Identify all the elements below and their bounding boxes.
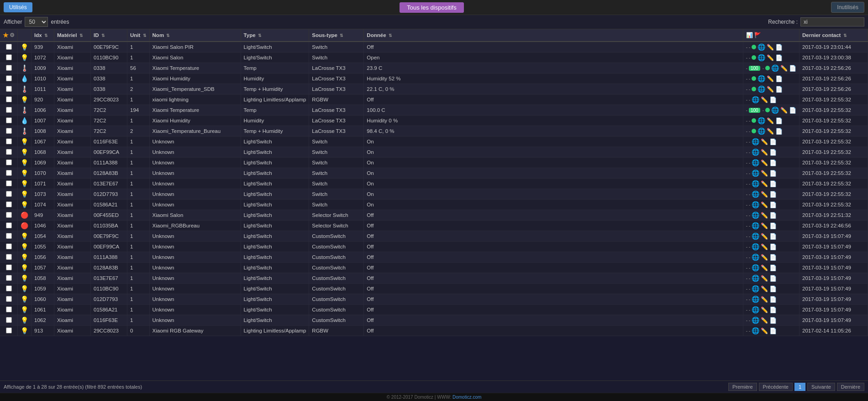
row-checkbox[interactable] xyxy=(6,54,12,60)
globe-icon[interactable]: 🌐 xyxy=(752,169,759,177)
doc-icon[interactable]: 📄 xyxy=(769,296,777,303)
globe-icon[interactable]: 🌐 xyxy=(758,43,765,51)
doc-icon[interactable]: 📄 xyxy=(775,54,783,61)
edit-icon[interactable]: ✏️ xyxy=(761,306,768,313)
row-checkbox[interactable] xyxy=(6,117,12,123)
row-checkbox[interactable] xyxy=(6,201,12,207)
edit-icon[interactable]: ✏️ xyxy=(761,222,768,229)
edit-icon[interactable]: ✏️ xyxy=(761,138,768,145)
th-contact[interactable]: Dernier contact ⇅ xyxy=(800,29,868,42)
first-page-button[interactable]: Première xyxy=(728,383,757,391)
row-checkbox[interactable] xyxy=(6,191,12,197)
doc-icon[interactable]: 📄 xyxy=(775,86,783,93)
edit-icon[interactable]: ✏️ xyxy=(767,54,774,61)
globe-icon[interactable]: 🌐 xyxy=(752,138,759,145)
row-checkbox[interactable] xyxy=(6,275,12,281)
next-page-button[interactable]: Suivante xyxy=(807,383,835,391)
doc-icon[interactable]: 📄 xyxy=(769,306,777,313)
doc-icon[interactable]: 📄 xyxy=(769,285,777,292)
edit-icon[interactable]: ✏️ xyxy=(780,107,788,114)
doc-icon[interactable]: 📄 xyxy=(769,138,777,145)
doc-icon[interactable]: 📄 xyxy=(769,96,777,103)
row-checkbox[interactable] xyxy=(6,96,12,102)
edit-icon[interactable]: ✏️ xyxy=(761,233,768,240)
globe-icon[interactable]: 🌐 xyxy=(752,306,759,313)
globe-icon[interactable]: 🌐 xyxy=(752,96,759,103)
edit-icon[interactable]: ✏️ xyxy=(761,317,768,324)
doc-icon[interactable]: 📄 xyxy=(769,243,777,250)
edit-icon[interactable]: ✏️ xyxy=(761,170,768,177)
globe-icon[interactable]: 🌐 xyxy=(752,243,759,250)
row-checkbox[interactable] xyxy=(6,212,12,218)
globe-icon[interactable]: 🌐 xyxy=(758,127,765,135)
row-checkbox[interactable] xyxy=(6,128,12,134)
th-idx[interactable]: Idx ⇅ xyxy=(32,29,54,42)
doc-icon[interactable]: 📄 xyxy=(769,149,777,156)
doc-icon[interactable]: 📄 xyxy=(775,44,783,51)
row-checkbox[interactable] xyxy=(6,264,12,270)
doc-icon[interactable]: 📄 xyxy=(769,233,777,240)
doc-icon[interactable]: 📄 xyxy=(789,107,796,114)
globe-icon[interactable]: 🌐 xyxy=(752,327,759,334)
inutilisés-button[interactable]: Inutilisés xyxy=(831,2,864,13)
edit-icon[interactable]: ✏️ xyxy=(767,128,774,135)
search-input[interactable] xyxy=(800,17,864,26)
globe-icon[interactable]: 🌐 xyxy=(752,295,759,303)
globe-icon[interactable]: 🌐 xyxy=(758,85,765,93)
utilisés-button[interactable]: Utilisés xyxy=(4,2,32,12)
row-checkbox[interactable] xyxy=(6,233,12,239)
row-checkbox[interactable] xyxy=(6,285,12,291)
globe-icon[interactable]: 🌐 xyxy=(758,54,765,61)
edit-icon[interactable]: ✏️ xyxy=(761,191,768,198)
row-checkbox[interactable] xyxy=(6,44,12,50)
doc-icon[interactable]: 📄 xyxy=(769,317,777,324)
last-page-button[interactable]: Dernière xyxy=(837,383,864,391)
doc-icon[interactable]: 📄 xyxy=(769,254,777,261)
edit-icon[interactable]: ✏️ xyxy=(767,44,774,51)
star-icon[interactable]: ★ xyxy=(3,32,9,39)
th-nom[interactable]: Nom ⇅ xyxy=(149,29,241,42)
row-checkbox[interactable] xyxy=(6,254,12,260)
prev-page-button[interactable]: Précédente xyxy=(759,383,793,391)
doc-icon[interactable]: 📄 xyxy=(769,170,777,177)
edit-icon[interactable]: ✏️ xyxy=(761,275,768,282)
globe-icon[interactable]: 🌐 xyxy=(752,264,759,271)
edit-icon[interactable]: ✏️ xyxy=(767,75,774,82)
filter-icon[interactable]: ⚙ xyxy=(10,32,15,38)
globe-icon[interactable]: 🌐 xyxy=(752,285,759,292)
globe-icon[interactable]: 🌐 xyxy=(771,106,779,114)
row-checkbox[interactable] xyxy=(6,243,12,249)
row-checkbox[interactable] xyxy=(6,75,12,81)
edit-icon[interactable]: ✏️ xyxy=(761,243,768,250)
doc-icon[interactable]: 📄 xyxy=(775,75,783,82)
doc-icon[interactable]: 📄 xyxy=(775,117,783,124)
globe-icon[interactable]: 🌐 xyxy=(752,222,759,229)
row-checkbox[interactable] xyxy=(6,107,12,113)
globe-icon[interactable]: 🌐 xyxy=(752,232,759,240)
globe-icon[interactable]: 🌐 xyxy=(752,159,759,166)
globe-icon[interactable]: 🌐 xyxy=(752,180,759,187)
doc-icon[interactable]: 📄 xyxy=(769,201,777,208)
doc-icon[interactable]: 📄 xyxy=(769,222,777,229)
globe-icon[interactable]: 🌐 xyxy=(752,253,759,261)
current-page-button[interactable]: 1 xyxy=(794,383,805,391)
th-id[interactable]: ID ⇅ xyxy=(91,29,127,42)
row-checkbox[interactable] xyxy=(6,86,12,92)
credit-link[interactable]: Domoticz.com xyxy=(452,395,481,400)
edit-icon[interactable]: ✏️ xyxy=(761,327,768,334)
doc-icon[interactable]: 📄 xyxy=(769,180,777,187)
tous-button[interactable]: Tous les dispositifs xyxy=(400,2,463,13)
doc-icon[interactable]: 📄 xyxy=(769,264,777,271)
globe-icon[interactable]: 🌐 xyxy=(752,274,759,282)
row-checkbox[interactable] xyxy=(6,149,12,155)
doc-icon[interactable]: 📄 xyxy=(769,191,777,198)
edit-icon[interactable]: ✏️ xyxy=(767,86,774,93)
globe-icon[interactable]: 🌐 xyxy=(752,201,759,208)
row-checkbox[interactable] xyxy=(6,222,12,228)
row-checkbox[interactable] xyxy=(6,170,12,176)
th-materiel[interactable]: Matériel ⇅ xyxy=(54,29,91,42)
edit-icon[interactable]: ✏️ xyxy=(761,149,768,156)
edit-icon[interactable]: ✏️ xyxy=(780,65,788,72)
globe-icon[interactable]: 🌐 xyxy=(752,317,759,324)
globe-icon[interactable]: 🌐 xyxy=(758,75,765,82)
